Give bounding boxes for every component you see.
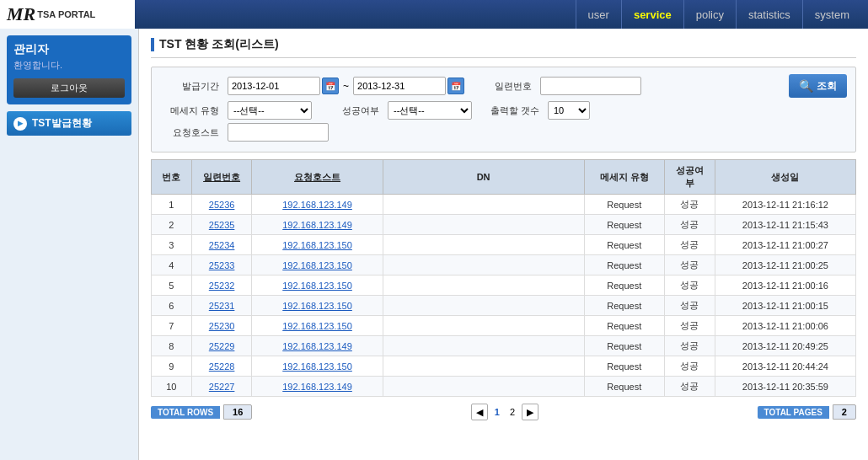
serial-input[interactable] <box>540 77 641 95</box>
output-label: 출력할 갯수 <box>480 104 539 117</box>
cell-host[interactable]: 192.168.123.150 <box>252 316 383 336</box>
nav-service[interactable]: service <box>622 0 684 29</box>
cell-success: 성공 <box>665 195 715 215</box>
cell-no: 7 <box>152 316 192 336</box>
form-row-2: 메세지 유형 --선택-- 성공여부 --선택-- 출력할 갯수 10 <box>160 101 847 120</box>
cell-host[interactable]: 192.168.123.150 <box>252 235 383 255</box>
header-nav: user service policy statistics system <box>135 0 868 29</box>
page-1-button[interactable]: 1 <box>491 407 503 417</box>
cell-date: 2013-12-11 21:00:25 <box>715 255 855 275</box>
cell-host[interactable]: 192.168.123.150 <box>252 296 383 316</box>
cell-serial[interactable]: 25234 <box>191 235 252 255</box>
cell-serial[interactable]: 25233 <box>191 255 252 275</box>
nav-statistics[interactable]: statistics <box>737 0 803 29</box>
cell-serial[interactable]: 25228 <box>191 356 252 377</box>
total-pages-value: 2 <box>833 404 856 420</box>
header: MR TSA PORTAL user service policy statis… <box>0 0 868 29</box>
cell-date: 2013-12-11 21:00:16 <box>715 275 855 296</box>
table-row: 1 25236 192.168.123.149 Request 성공 2013-… <box>152 195 856 215</box>
cell-msgtype: Request <box>584 356 665 377</box>
cell-no: 9 <box>152 356 192 377</box>
page-next-button[interactable]: ▶ <box>522 404 538 420</box>
nav-system[interactable]: system <box>803 0 861 29</box>
cell-serial[interactable]: 25231 <box>191 296 252 316</box>
cell-host[interactable]: 192.168.123.150 <box>252 356 383 377</box>
success-select[interactable]: --선택-- <box>388 101 472 120</box>
cell-date: 2013-12-11 21:00:27 <box>715 235 855 255</box>
cell-serial[interactable]: 25236 <box>191 195 252 215</box>
sidebar-user-box: 관리자 환영합니다. 로그아웃 <box>7 35 131 104</box>
table-row: 3 25234 192.168.123.150 Request 성공 2013-… <box>152 235 856 255</box>
cell-success: 성공 <box>665 356 715 377</box>
form-date: 📅 ~ 📅 <box>228 77 464 95</box>
search-button[interactable]: 🔍 조회 <box>789 74 847 98</box>
cell-host[interactable]: 192.168.123.150 <box>252 275 383 296</box>
cell-serial[interactable]: 25227 <box>191 377 252 397</box>
table-row: 2 25235 192.168.123.149 Request 성공 2013-… <box>152 215 856 235</box>
cell-success: 성공 <box>665 215 715 235</box>
page-prev-button[interactable]: ◀ <box>471 404 488 420</box>
date-to-input[interactable] <box>353 77 446 95</box>
sidebar-menu-label: TST발급현황 <box>32 116 92 131</box>
th-msgtype: 메세지 유형 <box>584 160 665 195</box>
logo-tsa: TSA PORTAL <box>37 9 95 19</box>
cell-no: 10 <box>152 377 192 397</box>
host-input[interactable] <box>228 123 329 142</box>
cell-serial[interactable]: 25235 <box>191 215 252 235</box>
logo-area: MR TSA PORTAL <box>0 0 135 29</box>
th-host: 요청호스트 <box>252 160 383 195</box>
cal-to-icon[interactable]: 📅 <box>447 78 464 94</box>
cell-dn <box>383 296 584 316</box>
cell-msgtype: Request <box>584 275 665 296</box>
table-row: 10 25227 192.168.123.149 Request 성공 2013… <box>152 377 856 397</box>
cell-success: 성공 <box>665 296 715 316</box>
cell-dn <box>383 316 584 336</box>
page-title: TST 현황 조회(리스트) <box>159 37 279 52</box>
cell-msgtype: Request <box>584 235 665 255</box>
cell-no: 1 <box>152 195 192 215</box>
cell-host[interactable]: 192.168.123.149 <box>252 195 383 215</box>
cell-no: 2 <box>152 215 192 235</box>
cell-no: 5 <box>152 275 192 296</box>
pagination: ◀ 1 2 ▶ <box>471 404 538 420</box>
cell-success: 성공 <box>665 377 715 397</box>
table-header-row: 번호 일련번호 요청호스트 DN 메세지 유형 성공여부 생성일 <box>152 160 856 195</box>
sidebar-user-greeting: 환영합니다. <box>13 59 125 72</box>
cell-serial[interactable]: 25232 <box>191 275 252 296</box>
logout-button[interactable]: 로그아웃 <box>13 78 125 98</box>
cal-from-icon[interactable]: 📅 <box>322 78 339 94</box>
th-no: 번호 <box>152 160 192 195</box>
date-label: 발급기간 <box>160 80 219 93</box>
page-2-button[interactable]: 2 <box>506 407 518 417</box>
th-dn: DN <box>383 160 584 195</box>
sidebar-menu-tst[interactable]: TST발급현황 <box>7 111 131 136</box>
cell-success: 성공 <box>665 235 715 255</box>
cell-date: 2013-12-11 20:49:25 <box>715 336 855 356</box>
serial-label: 일련번호 <box>473 80 532 93</box>
cell-date: 2013-12-11 21:16:12 <box>715 195 855 215</box>
table-row: 4 25233 192.168.123.150 Request 성공 2013-… <box>152 255 856 275</box>
total-rows-value: 16 <box>223 404 252 420</box>
cell-date: 2013-12-11 21:00:06 <box>715 316 855 336</box>
cell-host[interactable]: 192.168.123.150 <box>252 255 383 275</box>
nav-policy[interactable]: policy <box>684 0 737 29</box>
nav-user[interactable]: user <box>576 0 622 29</box>
cell-dn <box>383 356 584 377</box>
tst-icon <box>13 117 27 131</box>
cell-host[interactable]: 192.168.123.149 <box>252 336 383 356</box>
date-from-input[interactable] <box>228 77 320 95</box>
cell-dn <box>383 215 584 235</box>
output-select[interactable]: 10 <box>548 101 590 120</box>
sidebar: 관리자 환영합니다. 로그아웃 TST발급현황 <box>0 29 139 460</box>
cell-host[interactable]: 192.168.123.149 <box>252 377 383 397</box>
cell-msgtype: Request <box>584 336 665 356</box>
cell-host[interactable]: 192.168.123.149 <box>252 215 383 235</box>
total-rows-box: TOTAL ROWS 16 <box>151 404 252 420</box>
cell-serial[interactable]: 25229 <box>191 336 252 356</box>
cell-date: 2013-12-11 20:44:24 <box>715 356 855 377</box>
cell-msgtype: Request <box>584 316 665 336</box>
form-row-1: 발급기간 📅 ~ 📅 일련번호 🔍 조회 <box>160 74 847 98</box>
cell-serial[interactable]: 25230 <box>191 316 252 336</box>
success-label: 성공여부 <box>320 104 379 117</box>
msgtype-select[interactable]: --선택-- <box>228 101 312 120</box>
